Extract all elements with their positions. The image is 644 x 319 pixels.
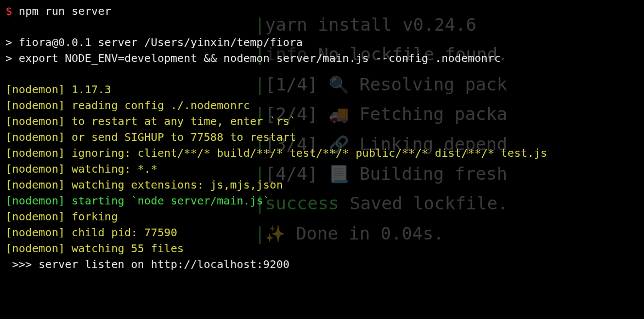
command-text: npm run server	[19, 4, 111, 18]
npm-script-header-1: > fiora@0.0.1 server /Users/yinxin/temp/…	[5, 35, 639, 50]
nodemon-extensions: [nodemon] watching extensions: js,mjs,js…	[5, 177, 639, 193]
server-listen: >>> server listen on http://localhost:92…	[5, 257, 639, 272]
nodemon-restart: [nodemon] to restart at any time, enter …	[5, 113, 639, 129]
nodemon-watchfiles: [nodemon] watching 55 files	[5, 241, 639, 257]
blank-line	[5, 19, 639, 35]
npm-script-header-2: > export NODE_ENV=development && nodemon…	[5, 50, 639, 66]
command-line: $ npm run server	[5, 3, 639, 19]
nodemon-childpid: [nodemon] child pid: 77590	[5, 225, 639, 241]
nodemon-starting: [nodemon] starting `node server/main.js`	[5, 193, 639, 209]
nodemon-forking: [nodemon] forking	[5, 209, 639, 225]
nodemon-ignoring: [nodemon] ignoring: client/**/* build/**…	[5, 145, 639, 161]
nodemon-sighup: [nodemon] or send SIGHUP to 77588 to res…	[5, 129, 639, 145]
blank-line	[5, 66, 639, 82]
prompt-symbol: $	[5, 4, 12, 18]
nodemon-watching: [nodemon] watching: *.*	[5, 161, 639, 177]
foreground-terminal-pane[interactable]: $ npm run server > fiora@0.0.1 server /U…	[0, 0, 644, 276]
nodemon-reading: [nodemon] reading config ./.nodemonrc	[5, 98, 639, 113]
nodemon-version: [nodemon] 1.17.3	[5, 82, 639, 98]
